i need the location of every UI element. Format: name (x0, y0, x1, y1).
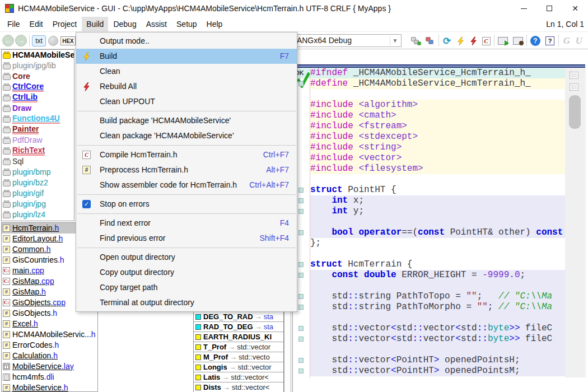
menu-item-clean-uppout[interactable]: Clean UPPOUT (76, 94, 297, 109)
package-item-plugin-bmp[interactable]: plugin/bmp (2, 167, 74, 178)
assist-item-rad-to-deg[interactable]: RAD_TO_DEG→sta (194, 322, 283, 332)
menu-item-stop-on-errors[interactable]: ✓Stop on errors (76, 197, 297, 212)
file-item-hcm4amobileservic-h[interactable]: #HCM4AMobileServic...h (2, 329, 97, 340)
package-item-plugin-jpg[interactable]: plugin/jpg (2, 199, 74, 209)
menu-item-terminal-at-output-directory[interactable]: Terminal at output directory (76, 295, 297, 310)
assist-item-latis[interactable]: Latis→std::vector< (194, 372, 283, 382)
file-label: ErrorCodes.h (12, 340, 59, 351)
annotation-bar-icon[interactable] (570, 72, 578, 79)
package-item-plugin-jpg-lib[interactable]: plugin/jpg/lib (2, 60, 74, 71)
header-file-icon: # (3, 320, 10, 328)
header-file-icon: # (3, 352, 10, 360)
context-help-icon[interactable]: ? (544, 35, 556, 46)
assist-item-type: sta (264, 312, 273, 321)
text-mode-button[interactable]: txt (32, 35, 46, 46)
package-item-painter[interactable]: Painter (2, 124, 74, 135)
help-icon[interactable]: ? (530, 35, 541, 46)
menubar-item-edit[interactable]: Edit (25, 17, 48, 31)
package-item-pdfdraw[interactable]: PdfDraw (2, 135, 74, 146)
package-brick-icon (3, 158, 11, 165)
package-item-draw[interactable]: Draw (2, 103, 74, 114)
build-mode-select[interactable]: CLANGx64 Debug ▼ (283, 34, 402, 47)
package-item-sql[interactable]: Sql (2, 156, 74, 167)
record-macro-icon[interactable] (48, 36, 58, 46)
run-icon[interactable] (497, 35, 508, 46)
close-button[interactable]: ✕ (562, 0, 588, 17)
menubar-item-help[interactable]: Help (202, 17, 227, 31)
menu-item-open-output-directory[interactable]: Open output directory (76, 250, 297, 265)
maximize-button[interactable] (536, 0, 562, 17)
assist-item-longis[interactable]: Longis→std::vector (194, 362, 283, 372)
editor-body[interactable]: OK #ifndef _HCM4AMobileService_HcmTerrai… (293, 68, 586, 377)
file-item-mobileservice-lay[interactable]: MobileService.lay (2, 361, 97, 372)
menu-item-build-package-hcm4amobileservice[interactable]: Build package 'HCM4AMobileService' (76, 113, 297, 128)
header-file-icon: # (3, 246, 10, 253)
assist-item-earth-radius-ki[interactable]: EARTH_RADIUS_KI (194, 332, 283, 342)
code-line: #include <fstream> (310, 121, 565, 132)
menu-item-show-assembler-code-for-hcmterrain-h[interactable]: Ctrl+Alt+F7Show assembler code for HcmTe… (76, 178, 297, 193)
menu-item-clean[interactable]: Clean (76, 64, 297, 79)
menubar-item-build[interactable]: Build (82, 17, 108, 31)
line-marker (298, 358, 304, 363)
debug-run-icon[interactable] (512, 35, 524, 46)
package-item-plugin-lz4[interactable]: plugin/lz4 (2, 209, 74, 220)
package-organizer-icon[interactable] (410, 35, 422, 46)
package-item-plugin-bz2[interactable]: plugin/bz2 (2, 178, 74, 188)
file-item-calculation-h[interactable]: #Calculation.h (2, 351, 97, 361)
package-item-hcm4amobileservice[interactable]: HCM4AMobileService (2, 50, 74, 60)
menubar-item-debug[interactable]: Debug (109, 17, 141, 31)
package-label: Painter (12, 125, 39, 134)
back-button[interactable]: ← (2, 35, 14, 46)
package-item-ctrlcore[interactable]: CtrlCore (2, 82, 74, 92)
assist-item-dists[interactable]: Dists→std::vector< (194, 382, 283, 392)
package-label: plugin/lz4 (12, 211, 45, 219)
menu-item-find-next-error[interactable]: F4Find next error (76, 216, 297, 231)
menubar-item-project[interactable]: Project (48, 17, 82, 31)
menu-item-copy-target-path[interactable]: Copy target path (76, 280, 297, 295)
package-item-core[interactable]: Core (2, 71, 74, 82)
assist-item-m-prof[interactable]: M_Prof→std::vecto (194, 352, 283, 362)
menu-item-build[interactable]: F7Build (76, 49, 297, 64)
assist-item-t-prof[interactable]: T_Prof→std::vector (194, 342, 283, 352)
menubar-item-setup[interactable]: Setup (172, 17, 202, 31)
package-item-ctrllib[interactable]: CtrlLib (2, 92, 74, 103)
compile-c-icon: C (82, 147, 91, 162)
menu-item-preprocess-hcmterrain-h[interactable]: #Alt+F7Preprocess HcmTerrain.h (76, 162, 297, 178)
assist-scrollbar[interactable] (284, 311, 291, 392)
file-item-hcm4mfs-dli[interactable]: hcm4mfs.dli (2, 372, 97, 382)
file-item-errorcodes-h[interactable]: #ErrorCodes.h (2, 340, 97, 351)
outline-bar-icon[interactable] (570, 83, 578, 91)
code-line: std::vector<std::vector<std::byte>> file… (310, 334, 565, 344)
package-item-richtext[interactable]: RichText (2, 146, 74, 156)
menu-item-rebuild-all[interactable]: Rebuild All (76, 79, 297, 94)
file-item-mobileservice-h[interactable]: #MobileService.h (2, 382, 97, 392)
packages-icon[interactable] (424, 35, 436, 46)
vertical-scrollbar-thumb[interactable] (569, 95, 581, 129)
menu-item-clean-package-hcm4amobileservice[interactable]: Clean package 'HCM4AMobileService' (76, 128, 297, 143)
file-item-excel-h[interactable]: #Excel.h (2, 319, 97, 329)
package-label: plugin/jpg/lib (12, 62, 56, 70)
toolbar-separator (526, 35, 527, 46)
menu-item-find-previous-error[interactable]: Shift+F4Find previous error (76, 231, 297, 246)
toolbar-separator (494, 35, 494, 46)
forward-icon: → (17, 36, 25, 45)
assist-item-deg-to-rad[interactable]: DEG_TO_RAD→sta (194, 312, 283, 322)
menubar-item-assist[interactable]: Assist (142, 17, 171, 31)
code-area[interactable]: #ifndef _HCM4AMobileService_HcmTerrain_h… (310, 68, 565, 377)
minimize-button[interactable] (511, 0, 536, 17)
menubar-item-file[interactable]: File (3, 17, 25, 31)
arrow-right-icon: → (222, 372, 229, 382)
menu-item-output-mode[interactable]: Output mode.. (76, 34, 297, 49)
rebuild-lightning-icon[interactable] (468, 35, 479, 46)
sync-refresh-icon[interactable]: ⟳ (441, 35, 452, 46)
package-item-functions4u[interactable]: Functions4U (2, 114, 74, 124)
build-lightning-icon[interactable] (455, 35, 466, 46)
menu-item-copy-output-directory[interactable]: Copy output directory (76, 265, 297, 280)
hex-mode-button[interactable]: HEX (60, 36, 76, 45)
ide-window: HCM4AMobileService - GUI - C:\upp\MyApps… (0, 0, 588, 392)
forward-button[interactable]: → (15, 35, 27, 46)
package-item-plugin-gif[interactable]: plugin/gif (2, 188, 74, 199)
package-label: Core (12, 72, 30, 81)
compile-c-icon[interactable]: C (480, 35, 492, 46)
menu-item-compile-hcmterrain-h[interactable]: CCtrl+F7Compile HcmTerrain.h (76, 147, 297, 162)
